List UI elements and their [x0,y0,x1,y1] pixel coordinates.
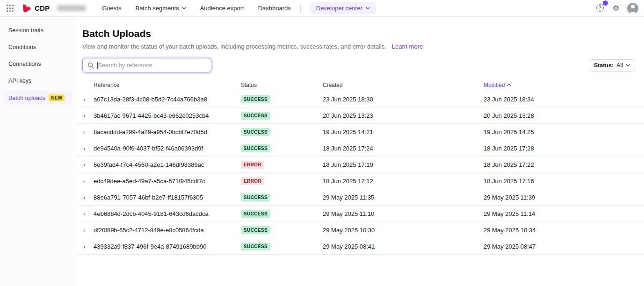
status-badge: SUCCESS [241,193,270,201]
column-header-created[interactable]: Created [323,82,484,88]
row-created: 18 Jun 2025 17:24 [323,145,484,152]
table-row[interactable]: › a67c13da-28f3-4c08-b5d2-7c44a766b3a8 S… [76,91,644,107]
status-badge: SUCCESS [241,210,270,218]
topbar-actions: ? ⚙ [596,3,638,14]
app-logo[interactable]: CDP [22,4,50,13]
search-icon [87,62,94,69]
row-reference: df20f89b-65c2-4712-849e-e8c05864fcda [94,227,241,234]
table-row[interactable]: › de94540a-90f6-4037-bf52-f46a06393d9f S… [76,140,644,157]
expand-row-chevron-icon[interactable]: › [76,243,94,250]
expand-row-chevron-icon[interactable]: › [76,194,94,200]
expand-row-chevron-icon[interactable]: › [76,178,94,184]
row-reference: 439332a9-f837-496f-9e4a-87491689bb90 [94,243,241,250]
table-row[interactable]: › 439332a9-f837-496f-9e4a-87491689bb90 S… [76,238,644,255]
expand-row-chevron-icon[interactable]: › [76,211,94,217]
row-reference: bacacddd-a299-4a29-a954-0bcbf7e70d5d [94,129,241,136]
row-modified: 20 Jun 2025 13:28 [484,112,644,119]
row-created: 23 Jun 2025 18:30 [323,96,484,103]
row-modified: 29 May 2025 10:34 [484,227,644,234]
search-input[interactable] [98,62,206,69]
nav-item-dashboards[interactable]: Dashboards [258,5,291,12]
help-icon[interactable]: ? [596,4,605,13]
table-row[interactable]: › edc49dee-a5ed-49a7-a5ca-571f945cdf7c E… [76,173,644,189]
table-body: › a67c13da-28f3-4c08-b5d2-7c44a766b3a8 S… [76,91,644,255]
expand-row-chevron-icon[interactable]: › [76,96,94,102]
status-badge: SUCCESS [241,243,270,250]
expand-row-chevron-icon[interactable]: › [76,145,94,151]
row-reference: a67c13da-28f3-4c08-b5d2-7c44a766b3a8 [94,96,241,103]
notification-dot [603,0,608,6]
table-header-row: Reference Status Created Modified [76,80,644,91]
row-created: 19 Jun 2025 14:21 [323,129,484,136]
chevron-down-icon [366,7,370,10]
row-modified: 29 May 2025 11:39 [484,194,644,201]
row-created: 18 Jun 2025 17:19 [323,161,484,168]
page-title: Batch Uploads [82,28,635,39]
sidebar-item-batch-uploads[interactable]: Batch uploads NEW [4,91,72,105]
nav-item-batch-segments[interactable]: Batch segments [135,5,186,12]
column-header-status[interactable]: Status [241,82,323,88]
row-created: 29 May 2025 10:30 [323,227,484,234]
sidebar: Session traits Conditions Connections AP… [0,17,76,286]
status-filter-dropdown[interactable]: Status: All [589,59,635,72]
main-content: Batch Uploads View and monitor the statu… [76,17,644,286]
column-header-reference[interactable]: Reference [94,82,241,88]
table-row[interactable]: › bacacddd-a299-4a29-a954-0bcbf7e70d5d S… [76,124,644,140]
user-avatar[interactable] [627,3,638,14]
developer-center-button[interactable]: Developer center [310,2,376,14]
status-badge: ERROR [241,177,264,185]
status-badge: SUCCESS [241,128,270,136]
row-created: 29 May 2025 08:41 [323,243,484,250]
sidebar-item-api-keys[interactable]: API keys [4,74,72,88]
status-badge: SUCCESS [241,112,270,120]
status-badge: SUCCESS [241,95,270,103]
sidebar-item-connections[interactable]: Connections [4,57,72,71]
table-row[interactable]: › 4eb6884d-2dcb-4045-9181-643cd6dacdca S… [76,206,644,222]
sidebar-item-conditions[interactable]: Conditions [4,40,72,54]
app-grid-icon[interactable] [7,5,14,12]
batch-uploads-table: Reference Status Created Modified › a67c… [76,80,644,255]
table-row[interactable]: › 6e39fad4-f7c4-4560-a2e1-146df98389ac E… [76,157,644,173]
expand-row-chevron-icon[interactable]: › [76,227,94,233]
row-created: 29 May 2025 11:10 [323,210,484,217]
expand-row-chevron-icon[interactable]: › [76,113,94,119]
row-created: 20 Jun 2025 13:23 [323,112,484,119]
topbar: CDP Guests Batch segments Audience expor… [0,0,644,17]
learn-more-link[interactable]: Learn more [392,43,423,50]
row-reference: 6e39fad4-f7c4-4560-a2e1-146df98389ac [94,161,241,168]
nav-item-guests[interactable]: Guests [102,5,121,12]
primary-nav: Guests Batch segments Audience export Da… [102,5,290,12]
row-modified: 18 Jun 2025 17:16 [484,178,644,185]
expand-row-chevron-icon[interactable]: › [76,162,94,168]
workspace-name-redacted [57,5,86,11]
row-reference: 88e6a791-7057-46bf-b2e7-ff18157f6305 [94,194,241,201]
row-modified: 19 Jun 2025 14:25 [484,129,644,136]
settings-gear-icon[interactable]: ⚙ [613,5,619,12]
status-badge: SUCCESS [241,144,270,152]
row-created: 18 Jun 2025 17:12 [323,178,484,185]
table-row[interactable]: › 88e6a791-7057-46bf-b2e7-ff18157f6305 S… [76,189,644,206]
status-badge: ERROR [241,161,264,169]
row-created: 29 May 2025 11:35 [323,194,484,201]
sidebar-item-session-traits[interactable]: Session traits [4,23,72,37]
table-row[interactable]: › 3b4617ac-9671-4425-bc43-e662e0253cb4 S… [76,107,644,124]
table-row[interactable]: › df20f89b-65c2-4712-849e-e8c05864fcda S… [76,222,644,238]
row-reference: 4eb6884d-2dcb-4045-9181-643cd6dacdca [94,210,241,217]
chevron-down-icon [626,64,630,67]
row-modified: 29 May 2025 11:14 [484,210,644,217]
logo-text: CDP [35,4,50,12]
chevron-down-icon [182,7,186,10]
expand-row-chevron-icon[interactable]: › [76,129,94,135]
row-reference: de94540a-90f6-4037-bf52-f46a06393d9f [94,145,241,152]
new-badge: NEW [49,94,65,101]
nav-item-audience-export[interactable]: Audience export [200,5,244,12]
status-badge: SUCCESS [241,226,270,234]
row-modified: 29 May 2025 08:47 [484,243,644,250]
row-modified: 23 Jun 2025 18:34 [484,96,644,103]
row-reference: 3b4617ac-9671-4425-bc43-e662e0253cb4 [94,112,241,119]
nav-divider [300,5,301,12]
brand-mark-icon [22,4,31,13]
column-header-modified[interactable]: Modified [484,82,644,88]
search-box[interactable] [82,58,211,72]
row-modified: 18 Jun 2025 17:22 [484,161,644,168]
